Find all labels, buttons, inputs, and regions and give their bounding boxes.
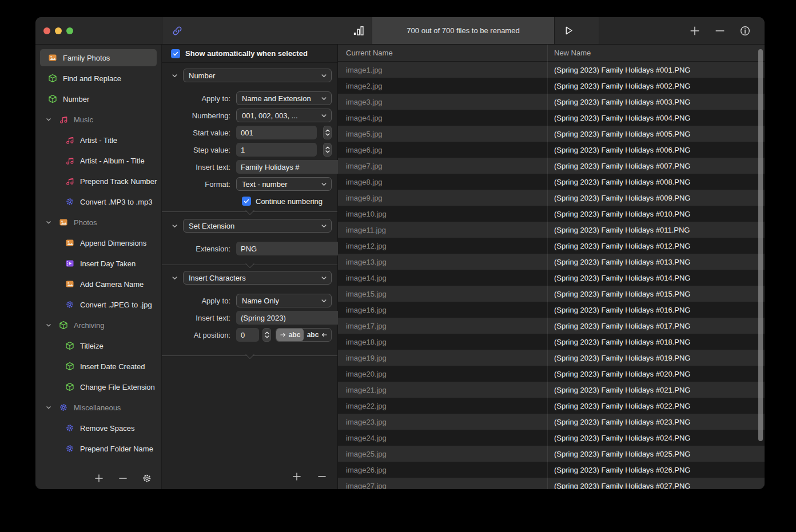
insert-text-input[interactable] bbox=[236, 311, 346, 325]
add-files-button[interactable] bbox=[689, 25, 701, 37]
start-value-input[interactable] bbox=[236, 126, 317, 139]
vertical-scrollbar[interactable] bbox=[758, 49, 763, 441]
table-row[interactable]: image26.jpg (Spring 2023) Family Holiday… bbox=[338, 462, 765, 478]
insert-from-end-button[interactable]: abc bbox=[304, 329, 331, 341]
continue-numbering-checkbox[interactable] bbox=[242, 197, 251, 206]
rename-status: 700 out of 700 files to be renamed bbox=[372, 17, 555, 44]
sidebar-group-photos[interactable]: Photos bbox=[40, 214, 157, 231]
extension-input[interactable] bbox=[236, 242, 346, 255]
collapse-section-chevron[interactable] bbox=[171, 274, 178, 282]
minimize-button[interactable] bbox=[55, 27, 62, 34]
show-automatically-label: Show automatically when selected bbox=[185, 49, 308, 58]
action-section-insert-characters: Insert Characters Apply to: Name Only In… bbox=[162, 265, 337, 355]
info-button[interactable] bbox=[739, 25, 751, 37]
apply-to-select[interactable]: Name and Extension bbox=[236, 91, 332, 105]
numbering-select[interactable]: 001, 002, 003, ... bbox=[236, 109, 332, 122]
chevron-down-icon[interactable] bbox=[45, 116, 52, 123]
preset-settings-button[interactable] bbox=[142, 473, 152, 483]
sidebar-item-remove-spaces[interactable]: Remove Spaces bbox=[40, 419, 157, 437]
cube-icon bbox=[65, 382, 74, 391]
collapse-section-chevron[interactable] bbox=[171, 222, 178, 230]
sidebar-group-music[interactable]: Music bbox=[40, 111, 157, 128]
run-rename-button[interactable] bbox=[563, 25, 575, 37]
sidebar-group-archiving[interactable]: Archiving bbox=[40, 317, 157, 334]
new-name-cell: (Spring 2023) Family Holidays #010.PNG bbox=[547, 210, 690, 218]
table-row[interactable]: image12.jpg (Spring 2023) Family Holiday… bbox=[338, 238, 765, 254]
table-row[interactable]: image25.jpg (Spring 2023) Family Holiday… bbox=[338, 446, 765, 462]
remove-action-button[interactable] bbox=[317, 471, 327, 482]
remove-preset-button[interactable] bbox=[118, 473, 128, 483]
sidebar-item-prepend-track-number[interactable]: Prepend Track Number bbox=[40, 173, 157, 190]
table-row[interactable]: image19.jpg (Spring 2023) Family Holiday… bbox=[338, 350, 765, 366]
table-row[interactable]: image5.jpg (Spring 2023) Family Holidays… bbox=[338, 126, 765, 142]
table-row[interactable]: image13.jpg (Spring 2023) Family Holiday… bbox=[338, 254, 765, 270]
table-row[interactable]: image17.jpg (Spring 2023) Family Holiday… bbox=[338, 318, 765, 334]
sidebar-item-label: Convert .JPEG to .jpg bbox=[80, 301, 152, 309]
sidebar-item-change-file-extension[interactable]: Change File Extension bbox=[40, 378, 157, 395]
table-row[interactable]: image3.jpg (Spring 2023) Family Holidays… bbox=[338, 94, 765, 110]
sidebar-item-titleize[interactable]: Titleize bbox=[40, 337, 157, 354]
table-row[interactable]: image2.jpg (Spring 2023) Family Holidays… bbox=[338, 78, 765, 94]
table-row[interactable]: image24.jpg (Spring 2023) Family Holiday… bbox=[338, 430, 765, 446]
chevron-down-icon[interactable] bbox=[45, 404, 52, 411]
chevron-down-icon[interactable] bbox=[45, 219, 52, 226]
presets-sidebar: Family Photos Find and Replace Number Mu… bbox=[35, 45, 162, 489]
sidebar-item-insert-day-taken[interactable]: Insert Day Taken bbox=[40, 255, 157, 272]
column-header-new-name[interactable]: New Name bbox=[547, 49, 591, 57]
column-header-current-name[interactable]: Current Name bbox=[338, 49, 547, 57]
table-row[interactable]: image23.jpg (Spring 2023) Family Holiday… bbox=[338, 414, 765, 430]
table-row[interactable]: image9.jpg (Spring 2023) Family Holidays… bbox=[338, 190, 765, 206]
sidebar-item-family-photos[interactable]: Family Photos bbox=[40, 49, 157, 66]
table-row[interactable]: image11.jpg (Spring 2023) Family Holiday… bbox=[338, 222, 765, 238]
remove-files-button[interactable] bbox=[714, 25, 726, 37]
current-name-cell: image27.jpg bbox=[338, 482, 547, 490]
table-row[interactable]: image27.jpg (Spring 2023) Family Holiday… bbox=[338, 478, 765, 489]
insert-text-input[interactable] bbox=[236, 160, 346, 174]
sidebar-item-append-dimensions[interactable]: Append Dimensions bbox=[40, 234, 157, 251]
table-row[interactable]: image4.jpg (Spring 2023) Family Holidays… bbox=[338, 110, 765, 126]
table-row[interactable]: image1.jpg (Spring 2023) Family Holidays… bbox=[338, 62, 765, 78]
action-type-select[interactable]: Number bbox=[183, 69, 332, 82]
table-row[interactable]: image22.jpg (Spring 2023) Family Holiday… bbox=[338, 398, 765, 414]
add-action-button[interactable] bbox=[292, 471, 302, 482]
chevron-down-icon[interactable] bbox=[45, 322, 52, 329]
start-value-stepper[interactable] bbox=[323, 126, 332, 139]
table-row[interactable]: image15.jpg (Spring 2023) Family Holiday… bbox=[338, 286, 765, 302]
sidebar-item-prepend-folder-name[interactable]: Prepend Folder Name bbox=[40, 440, 157, 457]
show-automatically-checkbox[interactable] bbox=[171, 49, 180, 58]
sidebar-item-convert-jpeg[interactable]: Convert .JPEG to .jpg bbox=[40, 296, 157, 313]
table-row[interactable]: image7.jpg (Spring 2023) Family Holidays… bbox=[338, 158, 765, 174]
action-type-select[interactable]: Insert Characters bbox=[183, 271, 332, 285]
at-position-input[interactable] bbox=[236, 328, 259, 342]
apply-to-select[interactable]: Name Only bbox=[236, 294, 332, 307]
insert-from-start-button[interactable]: abc bbox=[276, 329, 304, 341]
table-row[interactable]: image21.jpg (Spring 2023) Family Holiday… bbox=[338, 382, 765, 398]
sidebar-item-insert-date-created[interactable]: Insert Date Created bbox=[40, 358, 157, 375]
sidebar-item-artist-album-title[interactable]: Artist - Album - Title bbox=[40, 152, 157, 169]
zoom-button[interactable] bbox=[66, 27, 73, 34]
table-row[interactable]: image8.jpg (Spring 2023) Family Holidays… bbox=[338, 174, 765, 190]
sidebar-item-artist-title[interactable]: Artist - Title bbox=[40, 131, 157, 149]
format-select[interactable]: Text - number bbox=[236, 177, 332, 191]
link-presets-button[interactable] bbox=[172, 25, 183, 37]
at-position-stepper[interactable] bbox=[262, 328, 271, 342]
sidebar-item-add-camera-name[interactable]: Add Camera Name bbox=[40, 275, 157, 293]
sidebar-item-convert-mp3[interactable]: Convert .MP3 to .mp3 bbox=[40, 193, 157, 210]
table-row[interactable]: image18.jpg (Spring 2023) Family Holiday… bbox=[338, 334, 765, 350]
table-row[interactable]: image10.jpg (Spring 2023) Family Holiday… bbox=[338, 206, 765, 222]
statistics-button[interactable] bbox=[352, 25, 365, 37]
sidebar-group-miscellaneous[interactable]: Miscellaneous bbox=[40, 399, 157, 416]
table-row[interactable]: image14.jpg (Spring 2023) Family Holiday… bbox=[338, 270, 765, 286]
table-row[interactable]: image16.jpg (Spring 2023) Family Holiday… bbox=[338, 302, 765, 318]
sidebar-item-find-and-replace[interactable]: Find and Replace bbox=[40, 70, 157, 87]
action-type-select[interactable]: Set Extension bbox=[183, 219, 332, 233]
step-value-stepper[interactable] bbox=[323, 143, 332, 157]
insert-text-label: Insert text: bbox=[168, 314, 230, 322]
add-preset-button[interactable] bbox=[94, 473, 104, 483]
table-row[interactable]: image6.jpg (Spring 2023) Family Holidays… bbox=[338, 142, 765, 158]
step-value-input[interactable] bbox=[236, 143, 317, 157]
sidebar-item-number[interactable]: Number bbox=[40, 90, 157, 107]
table-row[interactable]: image20.jpg (Spring 2023) Family Holiday… bbox=[338, 366, 765, 382]
collapse-section-chevron[interactable] bbox=[171, 72, 178, 79]
close-button[interactable] bbox=[43, 27, 50, 34]
